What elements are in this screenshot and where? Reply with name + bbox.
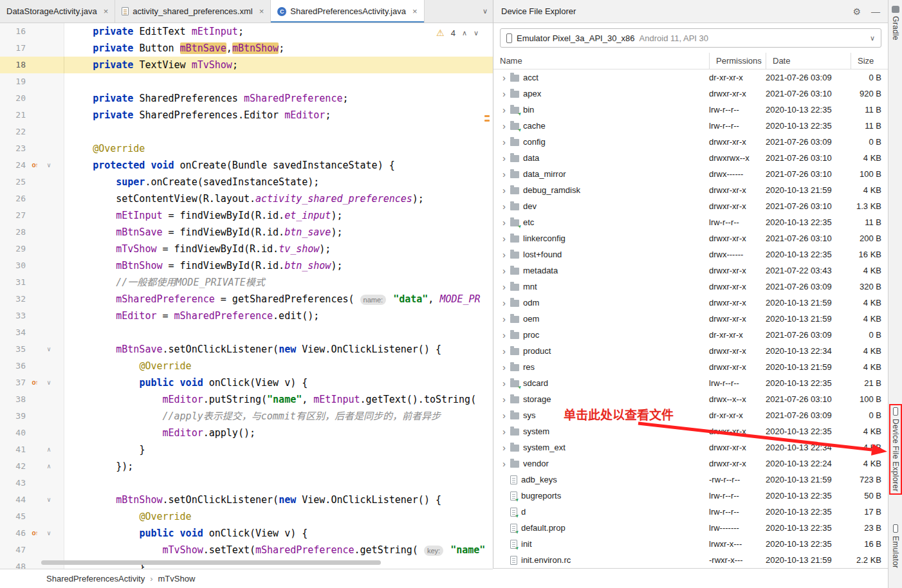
code-editor[interactable]: 16 private EditText mEtInput;17 private … — [0, 23, 493, 569]
next-highlight-icon[interactable]: ∨ — [474, 29, 479, 37]
code-text: setContentView(R.layout.activity_shared_… — [64, 190, 493, 207]
expand-chevron-icon[interactable]: › — [499, 89, 509, 98]
code-segment: = findViewById(R.id. — [156, 243, 279, 255]
fold-close-icon[interactable]: ∧ — [42, 441, 55, 458]
editor-tab-activity-shared-preferences-xml[interactable]: activity_shared_preferences.xml× — [115, 0, 271, 23]
expand-chevron-icon[interactable]: › — [499, 234, 509, 243]
expand-chevron-icon[interactable]: › — [499, 459, 509, 468]
override-method-icon[interactable]: o↑ — [27, 157, 42, 174]
file-name: dev — [523, 201, 709, 211]
expand-chevron-icon[interactable]: › — [499, 73, 509, 82]
close-tab-icon[interactable]: × — [412, 6, 418, 16]
gutter-spacer — [27, 257, 42, 274]
file-row-mnt[interactable]: ›mntdrwxr-xr-x2021-07-26 03:09320 B — [493, 279, 888, 295]
file-row-oem[interactable]: ›oemdrwxr-xr-x2020-10-13 21:594 KB — [493, 311, 888, 327]
file-row-debug-ramdisk[interactable]: ›debug_ramdiskdrwxr-xr-x2020-10-13 21:59… — [493, 182, 888, 198]
fold-open-icon[interactable]: ∨ — [42, 492, 55, 508]
file-row-product[interactable]: ›productdrwxr-xr-x2020-10-13 22:344 KB — [493, 343, 888, 359]
file-row-linkerconfig[interactable]: ›linkerconfigdrwxr-xr-x2021-07-26 03:102… — [493, 230, 888, 246]
file-row-etc[interactable]: ›etclrw-r--r--2020-10-13 22:3511 B — [493, 214, 888, 230]
file-row-sdcard[interactable]: ›sdcardlrw-r--r--2020-10-13 22:3521 B — [493, 375, 888, 391]
column-header-size[interactable]: Size — [851, 53, 888, 69]
code-line-24: 24o↑∨ protected void onCreate(Bundle sav… — [0, 157, 493, 174]
expand-chevron-icon[interactable]: › — [499, 217, 509, 227]
expand-chevron-icon[interactable]: › — [499, 153, 509, 163]
file-row-init[interactable]: initlrwxr-x---2020-10-13 22:3516 B — [493, 536, 888, 552]
gutter-spacer — [42, 73, 55, 90]
expand-chevron-icon[interactable]: › — [499, 282, 509, 291]
column-header-date[interactable]: Date — [766, 53, 851, 69]
expand-chevron-icon[interactable]: › — [499, 394, 509, 404]
file-row-res[interactable]: ›resdrwxr-xr-x2020-10-13 21:594 KB — [493, 359, 888, 375]
file-row-vendor[interactable]: ›vendordrwxr-xr-x2020-10-13 22:244 KB — [493, 455, 888, 472]
breadcrumb-item-member[interactable]: mTvShow — [158, 574, 196, 583]
gear-icon[interactable]: ⚙ — [852, 6, 861, 17]
tool-stripe-gradle[interactable]: Gradle — [889, 4, 902, 42]
expand-chevron-icon[interactable]: › — [499, 410, 509, 420]
previous-highlight-icon[interactable]: ∧ — [462, 29, 467, 37]
file-row-init-environ-rc[interactable]: init.environ.rc-rwxr-x---2020-10-13 21:5… — [493, 552, 888, 568]
expand-chevron-icon[interactable]: › — [499, 169, 509, 179]
expand-chevron-icon[interactable]: › — [499, 443, 509, 452]
expand-chevron-icon[interactable]: › — [499, 266, 509, 275]
close-tab-icon[interactable]: × — [104, 6, 109, 16]
warning-icon: ⚠ — [436, 28, 445, 38]
expand-chevron-icon[interactable]: › — [499, 378, 509, 388]
file-row-adb-keys[interactable]: adb_keys-rw-r--r--2020-10-13 21:59723 B — [493, 472, 888, 488]
file-row-default-prop[interactable]: default.proplrw-------2020-10-13 22:3523… — [493, 520, 888, 536]
fold-open-icon[interactable]: ∨ — [42, 341, 55, 358]
fold-close-icon[interactable]: ∧ — [42, 458, 55, 475]
file-row-config[interactable]: ›configdrwxr-xr-x2021-07-26 03:090 B — [493, 134, 888, 150]
tool-stripe-device-file-explorer[interactable]: Device File Explorer — [889, 404, 902, 495]
fold-open-icon[interactable]: ∨ — [42, 374, 55, 391]
file-row-bugreports[interactable]: bugreportslrw-r--r--2020-10-13 22:3550 B — [493, 488, 888, 504]
file-row-proc[interactable]: ›procdr-xr-xr-x2021-07-26 03:090 B — [493, 327, 888, 343]
override-method-icon[interactable]: o↑ — [27, 525, 42, 542]
file-row-data-mirror[interactable]: ›data_mirrordrwx------2021-07-26 03:1010… — [493, 166, 888, 182]
file-row-apex[interactable]: ›apexdrwxr-xr-x2021-07-26 03:10920 B — [493, 86, 888, 102]
breadcrumb-item-class[interactable]: SharedPreferencesActivity — [46, 574, 145, 583]
file-row-bin[interactable]: ›binlrw-r--r--2020-10-13 22:3511 B — [493, 102, 888, 118]
editor-tab-sharedpreferencesactivity-java[interactable]: CSharedPreferencesActivity.java× — [271, 0, 424, 23]
horizontal-scrollbar[interactable] — [41, 560, 381, 565]
override-method-icon[interactable]: o↑ — [27, 374, 42, 391]
fold-open-icon[interactable]: ∨ — [42, 525, 55, 542]
file-row-sys[interactable]: ›sysdr-xr-xr-x2021-07-26 03:090 B — [493, 407, 888, 423]
expand-chevron-icon[interactable]: › — [499, 201, 509, 211]
file-row-odm[interactable]: ›odmdrwxr-xr-x2020-10-13 21:594 KB — [493, 295, 888, 311]
file-row-data[interactable]: ›datadrwxrwx--x2021-07-26 03:104 KB — [493, 150, 888, 166]
expand-chevron-icon[interactable]: › — [499, 250, 509, 259]
file-row-acct[interactable]: ›acctdr-xr-xr-x2021-07-26 03:090 B — [493, 69, 888, 86]
tool-stripe-emulator[interactable]: Emulator — [889, 522, 902, 570]
file-row-dev[interactable]: ›devdrwxr-xr-x2021-07-26 03:101.3 KB — [493, 198, 888, 214]
expand-chevron-icon[interactable]: › — [499, 105, 509, 115]
file-row-lost-found[interactable]: ›lost+founddrwx------2020-10-13 22:3516 … — [493, 246, 888, 262]
file-row-storage[interactable]: ›storagedrwx--x--x2021-07-26 03:10100 B — [493, 391, 888, 407]
line-number: 47 — [0, 542, 27, 558]
line-number: 23 — [0, 140, 27, 157]
line-number: 46 — [0, 525, 27, 542]
expand-chevron-icon[interactable]: › — [499, 427, 509, 436]
device-selector[interactable]: Emulator Pixel_3a_API_30_x86 Android 11,… — [500, 28, 881, 48]
file-row-d[interactable]: dlrw-r--r--2020-10-13 22:3517 B — [493, 504, 888, 520]
file-row-metadata[interactable]: ›metadatadrwxr-xr-x2021-07-22 03:434 KB — [493, 262, 888, 279]
file-row-system-ext[interactable]: ›system_extdrwxr-xr-x2020-10-13 22:344 K… — [493, 439, 888, 455]
expand-chevron-icon[interactable]: › — [499, 346, 509, 356]
file-row-cache[interactable]: ›cachelrw-r--r--2020-10-13 22:3511 B — [493, 118, 888, 134]
hidden-tabs-chevron-icon[interactable]: ∨ — [483, 7, 488, 15]
column-header-permissions[interactable]: Permissions — [709, 53, 766, 69]
inspections-widget[interactable]: ⚠ 4 ∧ ∨ — [434, 27, 481, 39]
editor-tab-datastorageactivity-java[interactable]: DataStorageActivity.java× — [0, 0, 115, 23]
expand-chevron-icon[interactable]: › — [499, 330, 509, 340]
expand-chevron-icon[interactable]: › — [499, 314, 509, 324]
file-row-system[interactable]: ›systemdrwxr-xr-x2020-10-13 22:354 KB — [493, 423, 888, 439]
close-tab-icon[interactable]: × — [259, 6, 264, 16]
minimize-icon[interactable]: — — [871, 6, 880, 17]
expand-chevron-icon[interactable]: › — [499, 298, 509, 308]
expand-chevron-icon[interactable]: › — [499, 121, 509, 131]
column-header-name[interactable]: Name — [493, 53, 709, 69]
expand-chevron-icon[interactable]: › — [499, 137, 509, 147]
expand-chevron-icon[interactable]: › — [499, 185, 509, 195]
expand-chevron-icon[interactable]: › — [499, 362, 509, 372]
fold-open-icon[interactable]: ∨ — [42, 157, 55, 174]
